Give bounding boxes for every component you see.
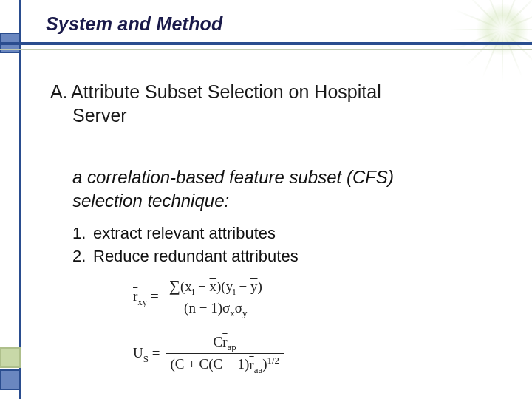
section-heading: A.Attribute Subset Selection on Hospital… (50, 80, 494, 127)
slide-title: System and Method (46, 13, 223, 35)
list-item-number: 2. (72, 245, 93, 267)
title-rule-secondary (0, 49, 532, 50)
corner-square-blue-bottom (0, 369, 21, 390)
subheading-line1: a correlation-based feature subset (CFS) (72, 167, 394, 187)
list-item: 2. Reduce redundant attributes (72, 245, 486, 267)
numbered-list: 1. extract relevant attributes 2. Reduce… (72, 222, 486, 267)
corner-square-green (0, 347, 21, 368)
formula-block: rxy = ∑(xi − x)(yi − y) (n − 1)σxσy US = (133, 276, 414, 390)
subheading-italic: a correlation-based feature subset (CFS)… (72, 166, 486, 212)
list-item-text: Reduce redundant attributes (93, 245, 299, 267)
list-item: 1. extract relevant attributes (72, 222, 486, 245)
title-rule-primary (0, 42, 532, 45)
section-heading-line1: Attribute Subset Selection on Hospital (71, 81, 381, 102)
list-item-number: 1. (72, 222, 93, 245)
section-heading-line2: Server (50, 103, 494, 127)
formula-merit: US = Crap (C + C(C − 1)raa)1/2 (133, 333, 414, 377)
list-item-text: extract relevant attributes (93, 222, 276, 245)
formula-correlation: rxy = ∑(xi − x)(yi − y) (n − 1)σxσy (133, 276, 414, 320)
starburst-decoration (451, 0, 532, 81)
subheading-line2: selection technique: (72, 191, 229, 211)
slide: System and Method A.Attribute Subset Sel… (0, 0, 532, 399)
section-marker: A. (50, 80, 71, 103)
left-vertical-rule (19, 0, 21, 399)
